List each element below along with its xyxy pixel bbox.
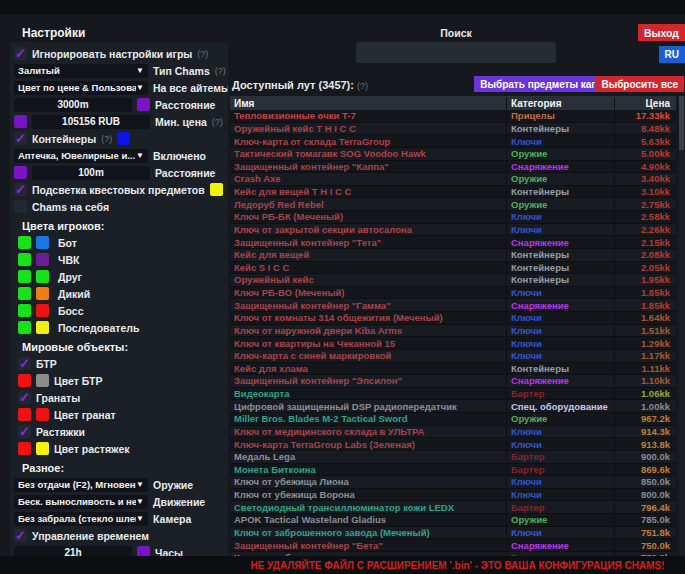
player-color-secondary-swatch[interactable] [36, 253, 49, 266]
drop-all-button[interactable]: Выбросить все [595, 76, 684, 92]
table-row[interactable]: Защищенный контейнер "Гамма" Снаряжение … [230, 299, 676, 312]
table-row[interactable]: Тактический томагавк SOG Voodoo Hawk Ору… [230, 148, 676, 161]
grenade-color-a-swatch[interactable] [18, 408, 31, 421]
table-row[interactable]: Кейс S I C C Контейнеры 2.05kk [230, 262, 676, 275]
help-icon[interactable]: (?) [197, 49, 208, 59]
column-header-name[interactable]: Имя [230, 98, 506, 109]
table-row[interactable]: Ключ от убежища Ворона Ключи 800.0k [230, 489, 676, 502]
all-items-dropdown[interactable]: Цвет по цене & Пользователь ▼ [14, 81, 148, 95]
help-icon[interactable]: (?) [215, 66, 226, 76]
player-color-primary-swatch[interactable] [18, 236, 31, 249]
player-color-secondary-swatch[interactable] [36, 236, 49, 249]
movement-dropdown[interactable]: Беск. выносливость и нет уста ▼ [14, 495, 148, 509]
distance-input[interactable]: 3000m [14, 98, 132, 112]
table-row[interactable]: Светодиодный трансиллюминатор кожи LEDX … [230, 501, 676, 514]
help-icon[interactable]: (?) [357, 81, 368, 91]
camera-dropdown[interactable]: Без забрала (стекло шлема) ▼ [14, 512, 148, 526]
table-row[interactable]: Ключ от комнаты 314 общежития (Меченый) … [230, 312, 676, 325]
item-category: Бартер [506, 502, 614, 513]
scrollbar-thumb[interactable] [679, 96, 684, 150]
player-color-primary-swatch[interactable] [18, 287, 31, 300]
table-row[interactable]: Ключ от квартиры на Чеканной 15 Ключи 1.… [230, 337, 676, 350]
tripwire-color-a-swatch[interactable] [18, 442, 31, 455]
check-icon: ✓ [19, 357, 30, 370]
help-icon[interactable]: (?) [212, 117, 223, 127]
table-row[interactable]: Ключ от убежища Лиона Ключи 850.0k [230, 476, 676, 489]
item-price: 796.4k [614, 502, 676, 513]
table-row[interactable]: Ледоруб Red Rebel Оружие 2.75kk [230, 198, 676, 211]
player-color-secondary-swatch[interactable] [36, 304, 49, 317]
table-row[interactable]: Защищенный контейнер "Тета" Снаряжение 2… [230, 236, 676, 249]
table-row[interactable]: Crash Axe Оружие 3.40kk [230, 173, 676, 186]
help-icon[interactable]: (?) [101, 134, 112, 144]
min-price-input[interactable]: 105156 RUB [32, 115, 150, 129]
player-color-primary-swatch[interactable] [18, 304, 31, 317]
table-row[interactable]: Ключ-карта от склада TerraGroup Ключи 5.… [230, 135, 676, 148]
table-row[interactable]: Оружейный кейс T H I C C Контейнеры 8.48… [230, 123, 676, 136]
player-color-row: Друг [10, 268, 228, 285]
grenade-color-b-swatch[interactable] [36, 408, 49, 421]
distance-color-swatch[interactable] [137, 98, 150, 111]
player-color-primary-swatch[interactable] [18, 321, 31, 334]
distance2-color-swatch[interactable] [14, 166, 27, 179]
player-color-primary-swatch[interactable] [18, 270, 31, 283]
table-row[interactable]: Ключ РБ-ВО (Меченый) Ключи 1.85kk [230, 287, 676, 300]
exit-button[interactable]: Выход [638, 24, 685, 41]
settings-title: Настройки [22, 26, 85, 40]
item-name: Ледоруб Red Rebel [230, 199, 506, 210]
containers-color-swatch[interactable] [117, 132, 130, 145]
table-scrollbar[interactable] [679, 96, 684, 556]
self-chams-checkbox[interactable] [14, 200, 27, 213]
player-color-primary-swatch[interactable] [18, 253, 31, 266]
chams-type-dropdown[interactable]: Залитый ▼ [14, 64, 148, 78]
table-row[interactable]: Кейс для хлама Контейнеры 1.11kk [230, 363, 676, 376]
table-row[interactable]: Защищенный контейнер "Эпсилон" Снаряжени… [230, 375, 676, 388]
tripwire-color-b-swatch[interactable] [36, 442, 49, 455]
containers-checkbox[interactable]: ✓ [14, 132, 27, 145]
select-kappa-items-button[interactable]: Выбрать предметы каппа [474, 76, 615, 92]
table-row[interactable]: Защищенный контейнер "Каппа" Снаряжение … [230, 161, 676, 174]
player-color-secondary-swatch[interactable] [36, 287, 49, 300]
item-name: Ключ РБ-БК (Меченый) [230, 211, 506, 222]
btr-color-a-swatch[interactable] [18, 374, 31, 387]
medcase-label: Включено [153, 150, 206, 162]
table-row[interactable]: Кейс для вещей Контейнеры 2.08kk [230, 249, 676, 262]
table-row[interactable]: Цифровой защищенный DSP радиопередатчик … [230, 400, 676, 413]
quest-highlight-checkbox[interactable]: ✓ [14, 183, 27, 196]
table-row[interactable]: Ключ РБ-БК (Меченый) Ключи 2.58kk [230, 211, 676, 224]
table-row[interactable]: Ключ-карта TerraGroup Labs (Зеленая) Клю… [230, 438, 676, 451]
table-row[interactable]: Защищенный контейнер "Бета" Снаряжение 7… [230, 539, 676, 552]
column-header-category[interactable]: Категория [506, 98, 614, 109]
language-button[interactable]: RU [659, 46, 685, 63]
ignore-game-settings-checkbox[interactable]: ✓ [14, 47, 27, 60]
table-row[interactable]: Медаль Lega Бартер 900.0k [230, 451, 676, 464]
weapon-dropdown[interactable]: Без отдачи (F2), Мгновенное п ▼ [14, 478, 148, 492]
distance2-input[interactable]: 100m [32, 166, 150, 180]
table-row[interactable]: Miller Bros. Blades M-2 Tactical Sword О… [230, 413, 676, 426]
table-row[interactable]: Ключ от закрытой секции автосалона Ключи… [230, 224, 676, 237]
settings-panel: ✓ Игнорировать настройки игры (?) Залиты… [10, 42, 228, 560]
search-input[interactable] [356, 42, 556, 63]
quest-color-swatch[interactable] [210, 183, 223, 196]
table-row[interactable]: Оружейный кейс Контейнеры 1.95kk [230, 274, 676, 287]
table-row[interactable]: Ключ-карта с синей маркировкой Ключи 1.1… [230, 350, 676, 363]
tripwires-checkbox[interactable]: ✓ [18, 425, 31, 438]
btr-color-b-swatch[interactable] [36, 374, 49, 387]
table-row[interactable]: Ключ от медицинского склада в УЛЬТРА Клю… [230, 426, 676, 439]
medcase-dropdown[interactable]: Аптечка, Ювелирные и... ▼ [14, 149, 148, 163]
time-control-checkbox[interactable]: ✓ [14, 529, 27, 542]
column-header-price[interactable]: Цена [614, 98, 676, 109]
table-row[interactable]: Тепловизионные очки T-7 Прицелы 17.33kk [230, 110, 676, 123]
player-color-secondary-swatch[interactable] [36, 321, 49, 334]
table-row[interactable]: Монета Биткоина Бартер 869.6k [230, 464, 676, 477]
table-row[interactable]: APOK Tactical Wasteland Gladius Оружие 7… [230, 514, 676, 527]
table-row[interactable]: Ключ от наружной двери Kiba Arms Ключи 1… [230, 325, 676, 338]
table-row[interactable]: Ключ от заброшенного завода (Меченый) Кл… [230, 527, 676, 540]
player-color-secondary-swatch[interactable] [36, 270, 49, 283]
time-control-label: Управление временем [32, 530, 149, 542]
table-row[interactable]: Видеокарта Бартер 1.06kk [230, 388, 676, 401]
btr-checkbox[interactable]: ✓ [18, 357, 31, 370]
grenades-checkbox[interactable]: ✓ [18, 391, 31, 404]
table-row[interactable]: Кейс для вещей T H I C C Контейнеры 3.10… [230, 186, 676, 199]
min-price-color-swatch[interactable] [14, 115, 27, 128]
